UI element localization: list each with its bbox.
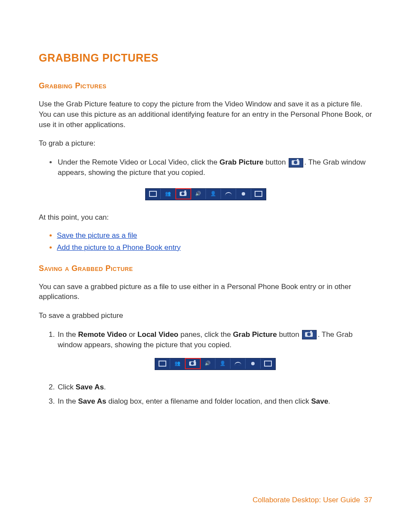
text: . — [104, 383, 106, 391]
camera-icon — [185, 358, 200, 369]
section-heading-grabbing: Grabbing Pictures — [39, 81, 372, 90]
grab-step-item: Under the Remote Video or Local Video, c… — [57, 157, 372, 178]
paragraph-intro: Use the Grab Picture feature to copy the… — [39, 99, 372, 130]
text: button — [264, 158, 288, 166]
record-icon — [246, 358, 261, 369]
wave-icon — [230, 358, 246, 369]
camera-icon — [302, 330, 317, 339]
save-step-1: In the Remote Video or Local Video panes… — [57, 330, 372, 370]
wave-icon — [221, 189, 236, 199]
screen-icon — [251, 189, 266, 199]
footer-page-number: 37 — [364, 496, 372, 504]
camera-icon — [289, 158, 303, 168]
list-item: Add the picture to a Phone Book entry — [57, 243, 372, 252]
bold-save-as: Save As — [76, 383, 104, 391]
page-title: GRABBING PICTURES — [39, 52, 372, 64]
footer-label: Collaborate Desktop: User Guide — [252, 496, 360, 504]
bold-save-as: Save As — [78, 397, 106, 405]
record-icon — [236, 189, 251, 199]
section-heading-saving: Saving a Grabbed Picture — [39, 264, 372, 273]
toolbar: 👥 🔊 👤 — [145, 188, 266, 200]
bold-remote-video: Remote Video — [78, 330, 127, 339]
bold-grab-picture: Grab Picture — [233, 330, 277, 339]
toolbar-screenshot: 👥 🔊 👤 — [39, 188, 372, 200]
paragraph-saving-intro: You can save a grabbed picture as a file… — [39, 282, 372, 302]
text: or — [127, 330, 137, 339]
bold-local-video: Local Video — [137, 330, 178, 339]
camera-icon — [176, 189, 191, 199]
link-save-picture[interactable]: Save the picture as a file — [57, 231, 137, 240]
layout-icon — [155, 358, 170, 369]
link-add-phonebook[interactable]: Add the picture to a Phone Book entry — [57, 243, 181, 252]
group-icon: 👥 — [170, 358, 185, 369]
text: button — [277, 330, 302, 339]
paragraph-to-grab: To grab a picture: — [39, 138, 372, 149]
text: Click — [58, 383, 76, 391]
toolbar: 👥 🔊 👤 — [155, 358, 276, 370]
layout-icon — [146, 189, 161, 199]
text: panes, click the — [178, 330, 233, 339]
save-step-3: In the Save As dialog box, enter a filen… — [57, 396, 372, 407]
options-link-list: Save the picture as a file Add the pictu… — [39, 231, 372, 252]
save-steps-list: In the Remote Video or Local Video panes… — [39, 330, 372, 407]
bookmark-icon: 👤 — [215, 358, 230, 369]
text: In the — [58, 397, 78, 405]
list-item: Save the picture as a file — [57, 231, 372, 240]
document-page: GRABBING PICTURES Grabbing Pictures Use … — [0, 0, 411, 532]
bookmark-icon: 👤 — [206, 189, 221, 199]
audio-icon: 🔊 — [191, 189, 206, 199]
screen-icon — [261, 358, 275, 369]
audio-icon: 🔊 — [200, 358, 215, 369]
text: dialog box, enter a filename and folder … — [106, 397, 311, 405]
paragraph-to-save: To save a grabbed picture — [39, 311, 372, 321]
save-step-2: Click Save As. — [57, 382, 372, 392]
bold-save: Save — [311, 397, 328, 405]
text: In the — [58, 330, 78, 339]
group-icon: 👥 — [161, 189, 176, 199]
grab-steps-list: Under the Remote Video or Local Video, c… — [39, 157, 372, 178]
paragraph-at-this-point: At this point, you can: — [39, 212, 372, 223]
page-footer: Collaborate Desktop: User Guide 37 — [252, 496, 372, 504]
text: . — [328, 397, 330, 405]
bold-grab-picture: Grab Picture — [219, 158, 263, 166]
toolbar-screenshot: 👥 🔊 👤 — [58, 358, 372, 370]
text: Under the Remote Video or Local Video, c… — [58, 158, 219, 166]
